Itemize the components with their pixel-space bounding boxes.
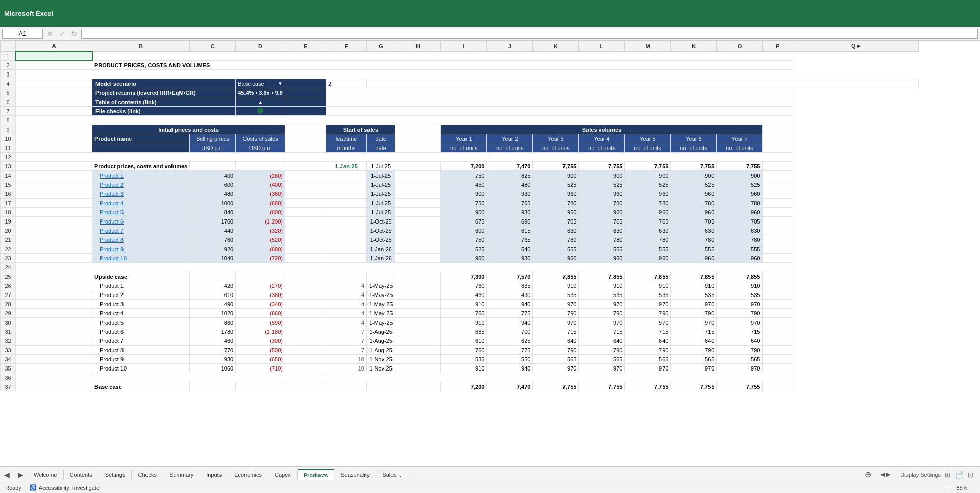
y6-35: 970: [671, 364, 717, 373]
sheet-tab-sales-...[interactable]: Sales ...: [376, 470, 409, 480]
y7-30: 970: [717, 318, 763, 327]
y5-17: 780: [625, 199, 671, 208]
cell-I13: 7,200: [441, 162, 487, 171]
year2-header: Year 2: [487, 134, 533, 143]
rh-26: 26: [1, 281, 16, 290]
y7-31: 715: [717, 327, 763, 336]
product-name-18[interactable]: Product 5: [92, 208, 190, 217]
cell-M13: 7,755: [625, 162, 671, 171]
y3-14: 900: [533, 171, 579, 180]
zoom-in-button[interactable]: +: [972, 485, 975, 491]
product-name-23[interactable]: Product 10: [92, 254, 190, 263]
y1-30: 910: [441, 318, 487, 327]
cell-F13: 1-Jan-25: [326, 162, 367, 171]
cell-E6: [285, 97, 326, 107]
sheet-tab-summary[interactable]: Summary: [163, 470, 200, 480]
sheet-tab-welcome[interactable]: Welcome: [28, 470, 64, 480]
tabs-scroll-left[interactable]: ◀: [0, 471, 14, 479]
col-header-F: F: [326, 41, 367, 52]
cell-A33: [16, 346, 92, 355]
y3-23: 960: [533, 254, 579, 263]
rh-15: 15: [1, 180, 16, 189]
sheet-tab-seasonality[interactable]: Seasonality: [334, 470, 376, 480]
sheet-tab-capex[interactable]: Capex: [268, 470, 298, 480]
product-name-20[interactable]: Product 7: [92, 226, 190, 235]
cell-B25: Upside case: [92, 272, 190, 281]
product-name-14[interactable]: Product 1: [92, 171, 190, 180]
cell-E9: [285, 125, 326, 134]
selling-prices-header: Selling prices: [190, 134, 236, 143]
cell-A29: [16, 309, 92, 318]
row-8: 8: [1, 116, 919, 125]
product-name-30: Product 5: [92, 318, 190, 327]
accessibility-icon[interactable]: ♿ Accessibility: Investigate: [30, 484, 100, 491]
cell-P16: [763, 189, 793, 199]
sheet-tab-contents[interactable]: Contents: [64, 470, 99, 480]
cell-H10: [395, 134, 441, 143]
sheet-tab-products[interactable]: Products: [298, 469, 335, 480]
cell-A1[interactable]: [16, 52, 92, 61]
y5-14: 900: [625, 171, 671, 180]
zoom-out-button[interactable]: −: [949, 485, 952, 491]
sheet-tab-inputs[interactable]: Inputs: [200, 470, 228, 480]
row-6: 6 Table of contents (link) ▲: [1, 97, 919, 107]
page-break-icon[interactable]: ⊡: [968, 471, 974, 479]
spreadsheet[interactable]: A B C D E F G H I J K L M N O: [0, 41, 980, 466]
cell-ref-box[interactable]: [2, 29, 43, 39]
scenario-dropdown[interactable]: Base case ▼: [238, 81, 283, 87]
cell-I25: 7,300: [441, 272, 487, 281]
y3-34: 565: [533, 355, 579, 364]
grid-view-icon[interactable]: ⊞: [945, 471, 951, 479]
formula-divider-check: ✓: [57, 30, 67, 38]
rh-8: 8: [1, 116, 16, 125]
costs-of-sales-header: Costs of sales: [236, 134, 285, 143]
product-name-15[interactable]: Product 2: [92, 180, 190, 189]
cell-G37: [367, 382, 395, 391]
rh-1: 1: [1, 52, 16, 61]
row24-empty: [16, 263, 793, 272]
product-name-22[interactable]: Product 9: [92, 244, 190, 254]
cell-P29: [763, 309, 793, 318]
sheet-tab-economics[interactable]: Economics: [228, 470, 268, 480]
cost-19: (1,200): [236, 217, 285, 226]
tabs-scroll-right[interactable]: ▶: [14, 471, 28, 479]
row-1: 1: [1, 52, 919, 61]
row36-empty: [16, 373, 793, 382]
sheet-tab-checks[interactable]: Checks: [132, 470, 163, 480]
rh-33: 33: [1, 346, 16, 355]
product-name-19[interactable]: Product 6: [92, 217, 190, 226]
row-33: 33 Product 8 770 (500) 7 1-Aug-25 760 77…: [1, 346, 919, 355]
product-name-21[interactable]: Product 8: [92, 235, 190, 244]
y3-17: 780: [533, 199, 579, 208]
cost-21: (520): [236, 235, 285, 244]
product-name-16[interactable]: Product 3: [92, 189, 190, 199]
cell-H14: [395, 171, 441, 180]
cell-H28: [395, 300, 441, 309]
status-right: − 85% +: [949, 485, 975, 491]
y2-15: 480: [487, 180, 533, 189]
rh-30: 30: [1, 318, 16, 327]
cell-F18: [326, 208, 367, 217]
cell-P35: [763, 364, 793, 373]
cell-A5: [16, 88, 92, 97]
accessibility-icon-sym: ♿: [30, 484, 37, 491]
sheet-tab-settings[interactable]: Settings: [99, 470, 132, 480]
formula-divider-fx: fx: [69, 30, 79, 38]
y1-16: 900: [441, 189, 487, 199]
display-settings[interactable]: Display Settings: [900, 472, 941, 478]
row-21: 21 Product 8 760 (520) 1-Oct-25 750 765 …: [1, 235, 919, 244]
cell-H11: [395, 143, 441, 153]
dropdown-arrow-icon: ▼: [278, 81, 283, 86]
cost-18: (600): [236, 208, 285, 217]
add-sheet-button[interactable]: ⊕: [860, 470, 876, 479]
product-name-17[interactable]: Product 4: [92, 199, 190, 208]
cell-E31: [285, 327, 326, 336]
y4-17: 780: [579, 199, 625, 208]
formula-input[interactable]: [81, 29, 978, 39]
row-20: 20 Product 7 440 (320) 1-Oct-25 600 615 …: [1, 226, 919, 235]
upside-products-body: 26 Product 1 420 (270) 4 1-May-25 760 83…: [1, 281, 919, 373]
rh-32: 32: [1, 336, 16, 346]
page-layout-icon[interactable]: 📄: [955, 471, 964, 479]
product-name-33: Product 8: [92, 346, 190, 355]
rh-12: 12: [1, 153, 16, 162]
